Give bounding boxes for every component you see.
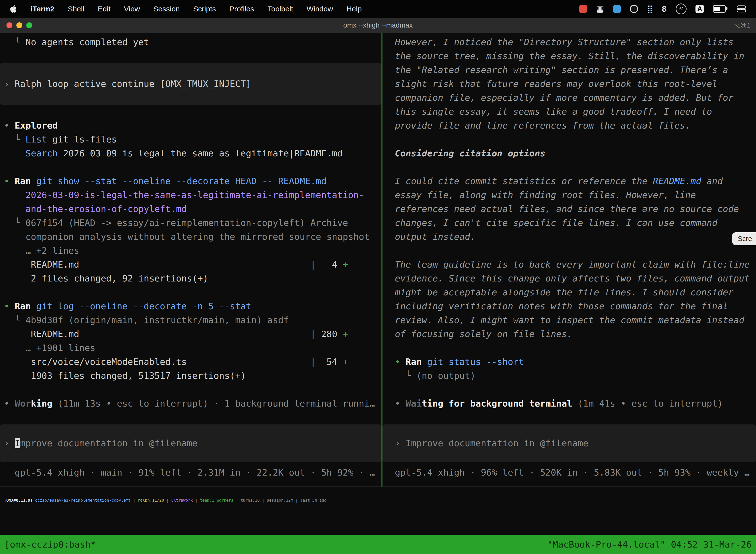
terminal-line: slight risk that future readers may over… bbox=[382, 77, 756, 91]
battery-percent-ring-icon[interactable]: .61 bbox=[676, 3, 687, 14]
terminal-line: I could cite commit statistics or refere… bbox=[382, 174, 756, 188]
terminal-line: └ List git ls-files bbox=[0, 132, 381, 147]
terminal-line: output instead. bbox=[382, 230, 756, 244]
terminal-line: • Ran git log --oneline --decorate -n 5 … bbox=[0, 299, 381, 313]
terminal-line: this single essay, it seems like a good … bbox=[382, 105, 756, 119]
menu-scripts[interactable]: Scripts bbox=[187, 5, 223, 13]
desktop-screen: iTerm2ShellEditViewSessionScriptsProfile… bbox=[0, 0, 756, 554]
terminal-line: • Explored bbox=[0, 119, 381, 132]
menu-bar-status-icons: ▦⣿8.61A bbox=[579, 3, 756, 14]
blank-line bbox=[0, 383, 381, 397]
terminal-line: └ 4b9d30f (origin/main, instructkr/main,… bbox=[0, 313, 381, 327]
battery-icon[interactable] bbox=[713, 5, 726, 13]
tmux-session-info: [omx-cczip0:bash* bbox=[4, 539, 96, 550]
dark-app-icon[interactable] bbox=[630, 5, 638, 13]
menu-session[interactable]: Session bbox=[146, 5, 187, 13]
terminal-line: 1903 files changed, 513517 insertions(+) bbox=[0, 369, 381, 383]
command-input[interactable]: › Improve documentation in @filename bbox=[382, 425, 756, 462]
menu-view[interactable]: View bbox=[117, 5, 146, 13]
blank-line bbox=[0, 105, 381, 119]
keyboard-dots-icon[interactable]: ⣿ bbox=[647, 5, 652, 13]
macos-menu-bar: iTerm2ShellEditViewSessionScriptsProfile… bbox=[0, 0, 756, 18]
input-text: › Improve documentation in @filename bbox=[0, 436, 381, 450]
input-source-icon[interactable]: A bbox=[695, 5, 704, 13]
terminal-line: references need actual files, and since … bbox=[382, 202, 756, 216]
terminal-line: provide file and line references from th… bbox=[382, 119, 756, 132]
menu-toolbelt[interactable]: Toolbelt bbox=[261, 5, 300, 13]
terminal-line: However, I noticed the "Directory Struct… bbox=[382, 35, 756, 49]
blank-line bbox=[382, 244, 756, 258]
session-status-line: gpt-5.4 xhigh · main · 91% left · 2.31M … bbox=[0, 466, 381, 480]
terminal-line: └ 067f154 (HEAD -> essay/ai-reimplementa… bbox=[0, 216, 381, 230]
session-status-line: gpt-5.4 xhigh · 96% left · 520K in · 5.8… bbox=[382, 466, 756, 480]
terminal-line: essay file, along with finding root file… bbox=[382, 188, 756, 202]
menu-profiles[interactable]: Profiles bbox=[223, 5, 261, 13]
status-separator bbox=[0, 487, 756, 487]
terminal-line: companion file, especially if more comme… bbox=[382, 91, 756, 105]
terminal-line: and-the-erosion-of-copyleft.md bbox=[0, 202, 381, 216]
omx-status-bar: [OMX#0.11.9] cczip/essay/ai-reimplementa… bbox=[0, 493, 756, 507]
right-terminal-pane[interactable]: However, I noticed the "Directory Struct… bbox=[382, 33, 756, 487]
terminal-line: └ (no output) bbox=[382, 369, 756, 383]
apple-logo-icon bbox=[10, 5, 17, 13]
blank-line bbox=[382, 383, 756, 397]
window-title-bar[interactable]: omx --xhigh --madmax ⌥⌘1 bbox=[0, 18, 756, 33]
input-text: › Ralph loop active continue [OMX_TMUX_I… bbox=[0, 77, 381, 91]
blank-line bbox=[0, 49, 381, 63]
screen-recording-indicator-icon[interactable] bbox=[579, 5, 587, 13]
left-terminal-pane[interactable]: └ No agents completed yet› Ralph loop ac… bbox=[0, 33, 381, 487]
window-title: omx --xhigh --madmax bbox=[343, 21, 413, 29]
terminal-line: src/voice/voiceModeEnabled.ts | 54 + bbox=[0, 355, 381, 369]
terminal-line: README.md | 280 + bbox=[0, 327, 381, 341]
terminal-line: • Waiting for background terminal (1m 41… bbox=[382, 397, 756, 410]
terminal-line: the "Related research writing" section i… bbox=[382, 63, 756, 77]
menu-iterm2[interactable]: iTerm2 bbox=[24, 5, 61, 13]
menu-help[interactable]: Help bbox=[340, 5, 369, 13]
control-center-icon[interactable] bbox=[737, 5, 746, 12]
menu-window[interactable]: Window bbox=[300, 5, 340, 13]
screen-sharing-button[interactable]: Scre bbox=[732, 232, 756, 245]
minimize-button[interactable] bbox=[16, 22, 22, 28]
terminal-panes: └ No agents completed yet› Ralph loop ac… bbox=[0, 33, 756, 487]
zoom-button[interactable] bbox=[26, 22, 32, 28]
terminal-line: might be acceptable alongside the file l… bbox=[382, 285, 756, 299]
terminal-line: … +2 lines bbox=[0, 244, 381, 258]
blank-line bbox=[0, 410, 381, 425]
terminal-line: Search 2026-03-09-is-legal-the-same-as-l… bbox=[0, 147, 381, 160]
terminal-line: Considering citation options bbox=[382, 147, 756, 160]
terminal-line: README.md | 4 + bbox=[0, 258, 381, 272]
terminal-line: • Ran git show --stat --oneline --decora… bbox=[0, 174, 381, 188]
terminal-line: the source tree, missing the essay. Stil… bbox=[382, 49, 756, 63]
input-text: › Improve documentation in @filename bbox=[382, 436, 756, 450]
terminal-line: … +1901 lines bbox=[0, 341, 381, 355]
apple-menu[interactable] bbox=[0, 5, 24, 13]
tmux-host-clock: "MacBook-Pro-44.local" 04:52 31-Mar-26 bbox=[547, 539, 752, 550]
terminal-line: changes, I can't cite specific file line… bbox=[382, 216, 756, 230]
prompt-banner: › Ralph loop active continue [OMX_TMUX_I… bbox=[0, 63, 381, 105]
window-grid-icon[interactable]: ▦ bbox=[596, 5, 604, 13]
terminal-line: • Ran git status --short bbox=[382, 355, 756, 369]
app-menu-items: iTerm2ShellEditViewSessionScriptsProfile… bbox=[24, 5, 368, 13]
blue-app-icon[interactable] bbox=[613, 5, 621, 13]
terminal-line: companion analysis without altering the … bbox=[0, 230, 381, 244]
window-shortcut-hint: ⌥⌘1 bbox=[733, 21, 751, 29]
blank-line bbox=[0, 285, 381, 299]
terminal-window: └ No agents completed yet› Ralph loop ac… bbox=[0, 33, 756, 554]
terminal-line: review. Also, I might want to inspect th… bbox=[382, 313, 756, 327]
terminal-line: evidence. Since this change only affects… bbox=[382, 272, 756, 285]
menu-edit[interactable]: Edit bbox=[91, 5, 117, 13]
terminal-line: The team guideline is to back every impo… bbox=[382, 258, 756, 272]
terminal-line: • Working (11m 13s • esc to interrupt) ·… bbox=[0, 397, 381, 410]
blank-line bbox=[382, 132, 756, 147]
terminal-line: └ No agents completed yet bbox=[0, 35, 381, 49]
terminal-line: including verification notes with those … bbox=[382, 299, 756, 313]
menu-shell[interactable]: Shell bbox=[61, 5, 91, 13]
stat-digit-icon[interactable]: 8 bbox=[662, 5, 667, 13]
command-input[interactable]: › Improve documentation in @filename bbox=[0, 425, 381, 462]
terminal-line: 2 files changed, 92 insertions(+) bbox=[0, 272, 381, 285]
blank-line bbox=[0, 160, 381, 174]
close-button[interactable] bbox=[6, 22, 12, 28]
terminal-line: of focusing solely on file lines. bbox=[382, 327, 756, 341]
blank-line bbox=[382, 341, 756, 355]
traffic-lights bbox=[6, 18, 32, 33]
